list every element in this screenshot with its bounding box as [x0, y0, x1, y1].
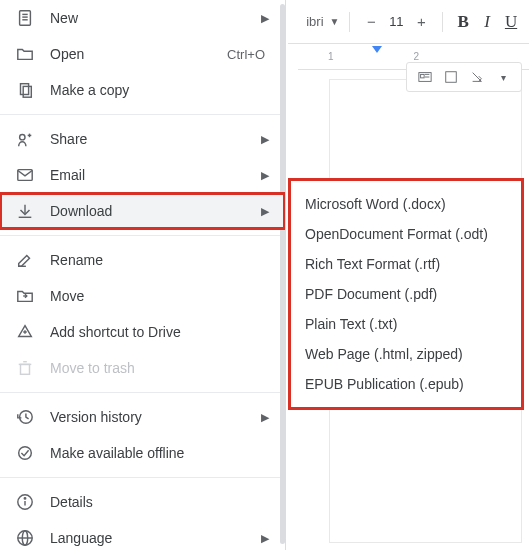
- menu-label: Share: [50, 131, 261, 147]
- drive-shortcut-icon: [14, 321, 36, 343]
- menu-label: Email: [50, 167, 261, 183]
- menu-label: Version history: [50, 409, 261, 425]
- svg-rect-23: [21, 364, 30, 374]
- ruler-mark: 2: [414, 51, 420, 62]
- svg-point-30: [24, 498, 25, 499]
- wrap-text-icon[interactable]: [443, 69, 459, 85]
- menu-label: Rename: [50, 252, 271, 268]
- inline-image-icon[interactable]: [417, 69, 433, 85]
- menu-item-new[interactable]: New ▶: [0, 0, 285, 36]
- submenu-label: EPUB Publication (.epub): [305, 376, 464, 392]
- menu-item-make-copy[interactable]: Make a copy: [0, 72, 285, 108]
- menu-item-details[interactable]: Details: [0, 484, 285, 520]
- download-submenu: Microsoft Word (.docx) OpenDocument Form…: [288, 178, 524, 410]
- menu-label: Move: [50, 288, 271, 304]
- menu-label: Download: [50, 203, 261, 219]
- document-icon: [14, 7, 36, 29]
- menu-label: Move to trash: [50, 360, 271, 376]
- decrease-font-button[interactable]: −: [360, 11, 382, 33]
- menu-label: Details: [50, 494, 271, 510]
- folder-icon: [14, 43, 36, 65]
- scrollbar[interactable]: [280, 4, 285, 544]
- menu-item-trash: Move to trash: [0, 350, 285, 386]
- menu-label: Add shortcut to Drive: [50, 324, 271, 340]
- submenu-label: Rich Text Format (.rtf): [305, 256, 440, 272]
- svg-rect-7: [20, 11, 31, 25]
- menu-item-download[interactable]: Download ▶: [0, 193, 285, 229]
- format-toolbar: ibri ▼ − 11 + B I U: [288, 0, 529, 44]
- globe-icon: [14, 527, 36, 549]
- svg-rect-4: [446, 72, 457, 83]
- divider: [0, 392, 285, 393]
- increase-font-button[interactable]: +: [410, 11, 432, 33]
- underline-button[interactable]: U: [501, 12, 521, 32]
- submenu-item-pdf[interactable]: PDF Document (.pdf): [291, 279, 521, 309]
- chevron-right-icon: ▶: [261, 205, 269, 218]
- offline-icon: [14, 442, 36, 464]
- submenu-item-txt[interactable]: Plain Text (.txt): [291, 309, 521, 339]
- font-size-stepper: − 11 +: [360, 11, 432, 33]
- italic-button[interactable]: I: [477, 12, 497, 32]
- bold-button[interactable]: B: [453, 12, 473, 32]
- copy-icon: [14, 79, 36, 101]
- chevron-right-icon: ▶: [261, 133, 269, 146]
- font-family-label: ibri: [306, 14, 323, 29]
- menu-label: Make available offline: [50, 445, 271, 461]
- menu-item-add-shortcut[interactable]: Add shortcut to Drive: [0, 314, 285, 350]
- svg-point-13: [20, 135, 25, 140]
- chevron-down-icon: ▼: [330, 16, 340, 27]
- menu-item-offline[interactable]: Make available offline: [0, 435, 285, 471]
- move-icon: [14, 285, 36, 307]
- indent-marker-icon[interactable]: [372, 46, 382, 53]
- divider: [0, 477, 285, 478]
- chevron-down-icon[interactable]: ▾: [495, 69, 511, 85]
- image-options-toolbar: ▾: [406, 62, 522, 92]
- menu-label: Open: [50, 46, 227, 62]
- submenu-label: Microsoft Word (.docx): [305, 196, 446, 212]
- download-icon: [14, 200, 36, 222]
- separator: [349, 12, 350, 32]
- submenu-item-odt[interactable]: OpenDocument Format (.odt): [291, 219, 521, 249]
- svg-rect-11: [21, 84, 29, 95]
- font-size-value[interactable]: 11: [382, 13, 410, 30]
- submenu-label: Plain Text (.txt): [305, 316, 397, 332]
- svg-rect-12: [23, 86, 31, 97]
- chevron-right-icon: ▶: [261, 411, 269, 424]
- menu-item-language[interactable]: Language ▶: [0, 520, 285, 550]
- submenu-label: PDF Document (.pdf): [305, 286, 437, 302]
- menu-item-rename[interactable]: Rename: [0, 242, 285, 278]
- menu-item-share[interactable]: Share ▶: [0, 121, 285, 157]
- chevron-right-icon: ▶: [261, 532, 269, 545]
- submenu-item-rtf[interactable]: Rich Text Format (.rtf): [291, 249, 521, 279]
- email-icon: [14, 164, 36, 186]
- ruler-mark: 1: [328, 51, 334, 62]
- separator: [442, 12, 443, 32]
- break-text-icon[interactable]: [469, 69, 485, 85]
- menu-label: Make a copy: [50, 82, 271, 98]
- trash-icon: [14, 357, 36, 379]
- menu-item-email[interactable]: Email ▶: [0, 157, 285, 193]
- file-menu: New ▶ Open Ctrl+O Make a copy Share ▶ Em…: [0, 0, 286, 550]
- menu-item-open[interactable]: Open Ctrl+O: [0, 36, 285, 72]
- history-icon: [14, 406, 36, 428]
- submenu-label: OpenDocument Format (.odt): [305, 226, 488, 242]
- chevron-right-icon: ▶: [261, 169, 269, 182]
- divider: [0, 114, 285, 115]
- submenu-label: Web Page (.html, zipped): [305, 346, 463, 362]
- menu-label: Language: [50, 530, 261, 546]
- chevron-right-icon: ▶: [261, 12, 269, 25]
- submenu-item-html[interactable]: Web Page (.html, zipped): [291, 339, 521, 369]
- submenu-item-epub[interactable]: EPUB Publication (.epub): [291, 369, 521, 399]
- rename-icon: [14, 249, 36, 271]
- menu-item-move[interactable]: Move: [0, 278, 285, 314]
- info-icon: [14, 491, 36, 513]
- svg-point-27: [19, 447, 32, 460]
- svg-rect-1: [421, 74, 425, 78]
- submenu-item-docx[interactable]: Microsoft Word (.docx): [291, 189, 521, 219]
- menu-label: New: [50, 10, 261, 26]
- menu-item-version-history[interactable]: Version history ▶: [0, 399, 285, 435]
- shortcut-label: Ctrl+O: [227, 47, 265, 62]
- share-icon: [14, 128, 36, 150]
- divider: [0, 235, 285, 236]
- font-family-select[interactable]: ibri ▼: [296, 14, 339, 29]
